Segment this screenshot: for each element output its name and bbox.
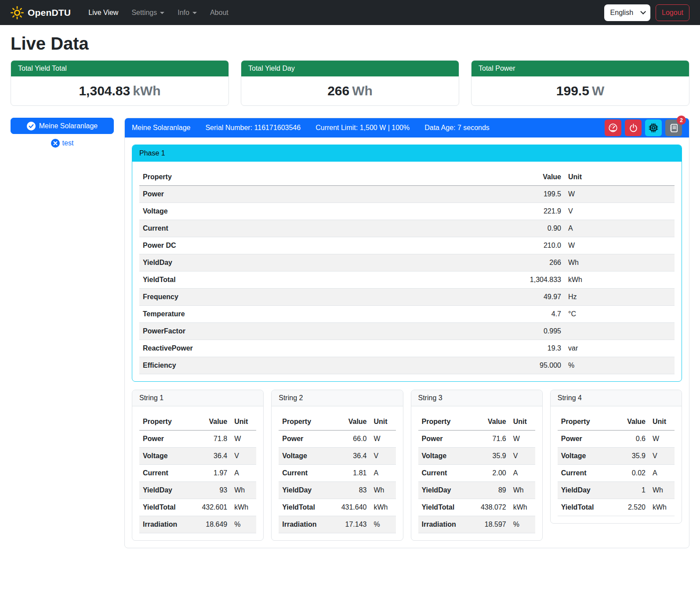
- cpu-icon: [649, 123, 658, 133]
- x-circle-icon: [51, 139, 60, 148]
- table-row: Temperature4.7°C: [139, 306, 675, 323]
- value-cell: 438.072: [468, 499, 510, 516]
- unit-cell: W: [231, 431, 256, 448]
- summary-card-title: Total Power: [472, 61, 689, 76]
- column-header-value: Value: [607, 413, 649, 431]
- property-cell: Efficiency: [139, 357, 499, 374]
- property-cell: ReactivePower: [139, 340, 499, 357]
- table-row: Voltage36.4V: [279, 448, 395, 465]
- inverter-panel: Meine Solaranlage Serial Number: 1161716…: [124, 118, 689, 548]
- property-cell: YieldTotal: [279, 499, 328, 516]
- property-cell: YieldDay: [279, 482, 328, 499]
- property-cell: YieldDay: [139, 254, 499, 271]
- property-cell: YieldDay: [558, 482, 607, 499]
- language-select[interactable]: English: [604, 4, 650, 21]
- column-header-unit: Unit: [565, 169, 675, 186]
- unit-cell: W: [649, 431, 675, 448]
- property-cell: Temperature: [139, 306, 499, 323]
- column-header-unit: Unit: [649, 413, 675, 431]
- sidebar-item-label: test: [62, 139, 74, 147]
- column-header-unit: Unit: [510, 413, 535, 431]
- table-row: Frequency49.97Hz: [139, 289, 675, 306]
- value-cell: 4.7: [499, 306, 565, 323]
- table-row: Current0.90A: [139, 220, 675, 237]
- unit-cell: V: [370, 448, 396, 465]
- value-cell: 0.90: [499, 220, 565, 237]
- summary-card-total-power: Total Power 199.5W: [471, 60, 689, 106]
- unit-cell: Wh: [231, 482, 256, 499]
- brand[interactable]: OpenDTU: [11, 6, 71, 19]
- column-header-unit: Unit: [370, 413, 396, 431]
- device-info-button[interactable]: [645, 119, 662, 136]
- summary-card-value: 1,304.83: [79, 83, 130, 98]
- table-row: Voltage35.9V: [558, 448, 675, 465]
- value-cell: 71.8: [189, 431, 231, 448]
- value-cell: 1: [607, 482, 649, 499]
- column-header-value: Value: [189, 413, 231, 431]
- unit-cell: V: [510, 448, 535, 465]
- nav-item-info[interactable]: Info: [172, 5, 202, 20]
- table-row: YieldTotal1,304.833kWh: [139, 271, 675, 289]
- table-header-row: Property Value Unit: [558, 413, 675, 431]
- property-cell: Irradiation: [139, 516, 189, 533]
- nav-item-settings[interactable]: Settings: [126, 5, 170, 20]
- summary-card-value: 199.5: [556, 83, 589, 98]
- property-cell: Current: [139, 220, 499, 237]
- unit-cell: var: [565, 340, 675, 357]
- nav-item-live-view[interactable]: Live View: [83, 5, 123, 20]
- event-log-button[interactable]: 2: [665, 119, 682, 136]
- column-header-value: Value: [328, 413, 370, 431]
- sidebar-item-test[interactable]: test: [11, 139, 114, 148]
- value-cell: 35.9: [468, 448, 510, 465]
- unit-cell: A: [370, 465, 396, 482]
- table-row: Irradiation17.143%: [279, 516, 395, 533]
- nav-item-about[interactable]: About: [205, 5, 234, 20]
- table-row: PowerFactor0.995: [139, 323, 675, 340]
- value-cell: 0.995: [499, 323, 565, 340]
- table-row: Voltage221.9V: [139, 203, 675, 220]
- limit-settings-button[interactable]: [605, 119, 621, 136]
- unit-cell: %: [231, 516, 256, 533]
- value-cell: 35.9: [607, 448, 649, 465]
- table-row: Voltage35.9V: [418, 448, 535, 465]
- property-cell: PowerFactor: [139, 323, 499, 340]
- column-header-property: Property: [418, 413, 468, 431]
- unit-cell: V: [649, 448, 675, 465]
- table-row: Power66.0W: [279, 431, 395, 448]
- unit-cell: W: [565, 186, 675, 203]
- value-cell: 71.6: [468, 431, 510, 448]
- nav-item-label: About: [210, 9, 228, 17]
- caret-down-icon: [192, 12, 197, 14]
- value-cell: 1,304.833: [499, 271, 565, 289]
- value-cell: 266: [499, 254, 565, 271]
- column-header-value: Value: [468, 413, 510, 431]
- inverter-select-button[interactable]: Meine Solaranlage: [11, 118, 114, 134]
- string-table: Property Value Unit Power66.0WVoltage36.…: [279, 413, 395, 533]
- navbar: OpenDTU Live View Settings Info About En…: [0, 0, 700, 25]
- string-card-2: String 2 Property Value Unit: [271, 390, 403, 541]
- property-cell: Voltage: [418, 448, 468, 465]
- unit-cell: W: [370, 431, 396, 448]
- language-value: English: [610, 9, 633, 17]
- power-icon: [629, 123, 638, 133]
- property-cell: Irradiation: [418, 516, 468, 533]
- unit-cell: A: [565, 220, 675, 237]
- current-limit: Current Limit: 1,500 W | 100%: [316, 124, 410, 132]
- column-header-value: Value: [499, 169, 565, 186]
- power-button[interactable]: [625, 119, 642, 136]
- value-cell: 1.97: [189, 465, 231, 482]
- value-cell: 2.520: [607, 499, 649, 516]
- summary-card-title: Total Yield Total: [11, 61, 228, 76]
- inverter-name: Meine Solaranlage: [132, 124, 190, 132]
- property-cell: YieldDay: [139, 482, 189, 499]
- value-cell: 93: [189, 482, 231, 499]
- summary-card-body: 266Wh: [241, 76, 459, 105]
- table-row: YieldTotal438.072kWh: [418, 499, 535, 516]
- logout-button[interactable]: Logout: [656, 4, 689, 21]
- property-cell: Power: [139, 186, 499, 203]
- table-row: Current0.02A: [558, 465, 675, 482]
- value-cell: 221.9: [499, 203, 565, 220]
- property-cell: Voltage: [139, 203, 499, 220]
- column-header-property: Property: [558, 413, 607, 431]
- table-row: YieldTotal2.520kWh: [558, 499, 675, 516]
